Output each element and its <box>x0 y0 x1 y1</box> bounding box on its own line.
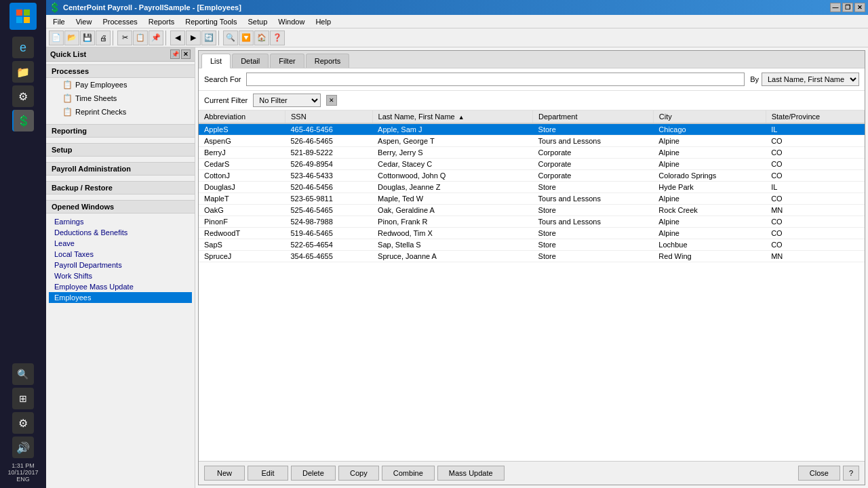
main-content: List Detail Filter Reports Search For By… <box>195 47 868 488</box>
toolbar-cut[interactable]: ✂ <box>117 30 132 45</box>
taskbar-settings[interactable]: ⚙ <box>12 85 34 107</box>
minimize-button[interactable]: — <box>830 3 841 12</box>
toolbar-refresh[interactable]: 🔄 <box>201 30 216 45</box>
tab-reports[interactable]: Reports <box>306 54 350 68</box>
toolbar-paste[interactable]: 📌 <box>149 30 163 45</box>
delete-button[interactable]: Delete <box>291 466 336 481</box>
col-city[interactable]: City <box>653 110 766 123</box>
table-row[interactable]: MapleT523-65-9811Maple, Ted WTours and L… <box>199 193 865 205</box>
opened-mass-update[interactable]: Employee Mass Update <box>49 281 192 292</box>
table-row[interactable]: BerryJ521-89-5222Berry, Jerry SCorporate… <box>199 147 865 159</box>
toolbar-sep1 <box>113 30 115 45</box>
taskbar-search[interactable]: 🔍 <box>12 363 34 385</box>
menu-help[interactable]: Help <box>310 16 336 27</box>
toolbar-back[interactable]: ◀ <box>170 30 185 45</box>
filter-select[interactable]: No Filter <box>253 94 321 107</box>
opened-work-shifts[interactable]: Work Shifts <box>49 270 192 281</box>
table-row[interactable]: AspenG526-46-5465Aspen, George TTours an… <box>199 136 865 147</box>
toolbar-open[interactable]: 📂 <box>64 30 79 45</box>
help-button[interactable]: ? <box>843 466 859 481</box>
sidebar-item-pay-employees[interactable]: 📋 Pay Employees <box>46 78 195 92</box>
col-department[interactable]: Department <box>533 110 654 123</box>
setup-section-title[interactable]: Setup <box>46 143 195 157</box>
start-button[interactable] <box>9 3 37 30</box>
menu-processes[interactable]: Processes <box>97 16 142 27</box>
toolbar-save[interactable]: 💾 <box>80 30 95 45</box>
opened-payroll-depts[interactable]: Payroll Departments <box>49 260 192 270</box>
main-area: 💲 CenterPoint Payroll - PayrollSample - … <box>46 0 868 488</box>
combine-button[interactable]: Combine <box>382 466 435 481</box>
taskbar-edge[interactable]: e <box>12 37 34 58</box>
processes-section-title[interactable]: Processes <box>46 64 195 78</box>
search-right: By Last Name, First Name First Name, Las… <box>750 73 859 86</box>
col-name[interactable]: Last Name, First Name ▲ <box>372 110 532 123</box>
close-button[interactable]: ✕ <box>854 3 865 12</box>
opened-local-taxes[interactable]: Local Taxes <box>49 249 192 260</box>
system-tray: 1:31 PM 10/11/2017 ENG <box>7 460 38 485</box>
backup-section: Backup / Restore <box>46 181 195 195</box>
filter-clear-button[interactable]: ✕ <box>326 95 337 106</box>
toolbar-help[interactable]: ❓ <box>270 30 285 45</box>
copy-button[interactable]: Copy <box>338 466 379 481</box>
new-button[interactable]: New <box>204 466 245 481</box>
sidebar-item-reprint-checks[interactable]: 📋 Reprint Checks <box>46 105 195 119</box>
opened-earnings[interactable]: Earnings <box>49 216 192 227</box>
tab-list[interactable]: List <box>201 54 231 68</box>
opened-leave[interactable]: Leave <box>49 238 192 249</box>
search-by-select[interactable]: Last Name, First Name First Name, Last N… <box>762 73 859 86</box>
menu-window[interactable]: Window <box>273 16 310 27</box>
pay-employees-icon: 📋 <box>62 80 73 89</box>
svg-rect-2 <box>16 17 22 23</box>
table-row[interactable]: CottonJ523-46-5433Cottonwood, John QCorp… <box>199 170 865 182</box>
taskbar-settings2[interactable]: ⚙ <box>12 412 34 434</box>
col-abbreviation[interactable]: Abbreviation <box>199 110 285 123</box>
table-row[interactable]: PinonF524-98-7988Pinon, Frank RTours and… <box>199 216 865 228</box>
toolbar-home[interactable]: 🏠 <box>254 30 269 45</box>
toolbar-print[interactable]: 🖨 <box>96 30 111 45</box>
restore-button[interactable]: ❐ <box>842 3 853 12</box>
tab-detail[interactable]: Detail <box>232 54 269 68</box>
close-button-action[interactable]: Close <box>798 466 840 481</box>
table-row[interactable]: SpruceJ354-65-4655Spruce, Joanne AStoreR… <box>199 251 865 262</box>
edit-button[interactable]: Edit <box>248 466 288 481</box>
svg-rect-3 <box>24 17 30 23</box>
payroll-admin-section-title[interactable]: Payroll Administration <box>46 162 195 176</box>
reporting-section-title[interactable]: Reporting <box>46 124 195 138</box>
sidebar-close[interactable]: ✕ <box>181 49 191 59</box>
taskbar-folder[interactable]: 📁 <box>12 61 34 83</box>
table-row[interactable]: OakG525-46-5465Oak, Geraldine AStoreRock… <box>199 205 865 216</box>
menu-view[interactable]: View <box>71 16 98 27</box>
table-row[interactable]: AppleS465-46-5456Apple, Sam JStoreChicag… <box>199 123 865 136</box>
table-row[interactable]: SapS522-65-4654Sap, Stella SStoreLochbue… <box>199 239 865 251</box>
sidebar-pin[interactable]: 📌 <box>170 49 180 59</box>
table-row[interactable]: DouglasJ520-46-5456Douglas, Jeanne ZStor… <box>199 182 865 193</box>
menu-reporting-tools[interactable]: Reporting Tools <box>180 16 242 27</box>
taskbar-payroll[interactable]: 💲 <box>12 110 34 131</box>
filter-bar: Current Filter No Filter ✕ <box>199 91 865 110</box>
opened-windows-title[interactable]: Opened Windows <box>46 200 195 214</box>
toolbar-new[interactable]: 📄 <box>49 30 64 45</box>
table-row[interactable]: RedwoodT519-46-5465Redwood, Tim XStoreAl… <box>199 228 865 239</box>
menu-file[interactable]: File <box>47 16 71 27</box>
search-input[interactable] <box>246 73 745 86</box>
backup-section-title[interactable]: Backup / Restore <box>46 181 195 195</box>
opened-employees[interactable]: Employees <box>49 292 192 303</box>
col-ssn[interactable]: SSN <box>285 110 372 123</box>
taskbar-grid[interactable]: ⊞ <box>12 388 34 409</box>
table-row[interactable]: CedarS526-49-8954Cedar, Stacey CCorporat… <box>199 159 865 170</box>
toolbar-search[interactable]: 🔍 <box>223 30 238 45</box>
toolbar-forward[interactable]: ▶ <box>186 30 201 45</box>
menu-setup[interactable]: Setup <box>243 16 273 27</box>
taskbar-volume[interactable]: 🔊 <box>12 436 34 458</box>
toolbar-copy[interactable]: 📋 <box>133 30 148 45</box>
menu-reports[interactable]: Reports <box>143 16 180 27</box>
opened-deductions[interactable]: Deductions & Benefits <box>49 227 192 238</box>
table-header-row: Abbreviation SSN Last Name, First Name ▲… <box>199 110 865 123</box>
tab-filter[interactable]: Filter <box>270 54 304 68</box>
mass-update-button[interactable]: Mass Update <box>437 466 505 481</box>
sidebar-item-time-sheets[interactable]: 📋 Time Sheets <box>46 92 195 105</box>
search-bar: Search For By Last Name, First Name Firs… <box>199 68 865 91</box>
title-bar-controls: — ❐ ✕ <box>830 3 865 12</box>
toolbar-filter[interactable]: 🔽 <box>239 30 254 45</box>
col-state[interactable]: State/Province <box>766 110 864 123</box>
